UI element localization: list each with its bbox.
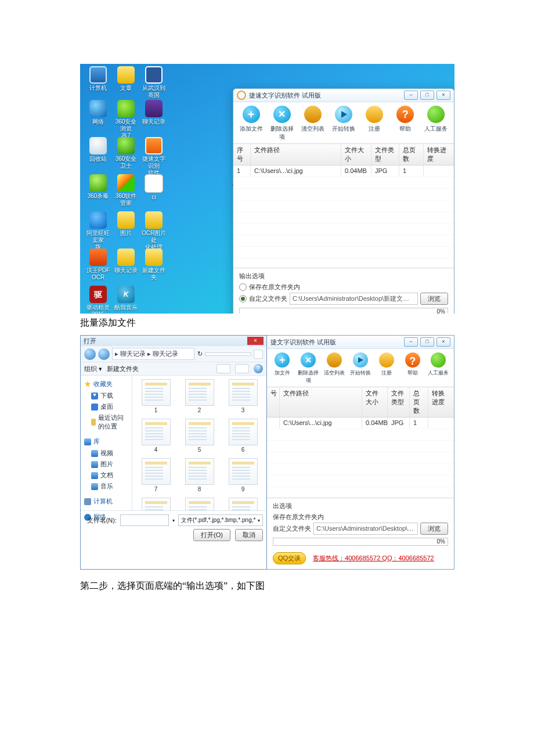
- close-button[interactable]: ×: [436, 91, 450, 100]
- nav-forward-button[interactable]: [98, 348, 110, 360]
- titlebar[interactable]: 捷文字识别软件 试用版 – □ ×: [267, 336, 454, 349]
- help-button[interactable]: 帮助: [391, 106, 419, 141]
- start-convert-button[interactable]: 开始转换: [348, 352, 373, 384]
- nav-downloads[interactable]: 下载: [81, 390, 132, 401]
- file-thumbnail[interactable]: 11: [179, 498, 219, 510]
- filename-dropdown-icon[interactable]: ▾: [172, 518, 175, 523]
- desktop-icon[interactable]: K酷我音乐: [113, 286, 139, 311]
- output-path-field[interactable]: C:\Users\Administrator\Desktop\新建文件夹: [290, 293, 418, 305]
- support-button[interactable]: 人工服务: [426, 352, 450, 384]
- desktop-icon[interactable]: 捷速文字识别 软件: [140, 137, 167, 177]
- browse-button[interactable]: 浏览: [420, 523, 448, 535]
- nav-documents[interactable]: 文档: [81, 470, 132, 481]
- refresh-icon[interactable]: ↻: [197, 350, 203, 358]
- file-thumbnail[interactable]: 1: [136, 379, 176, 415]
- breadcrumb[interactable]: ▸ 聊天记录 ▸ 聊天记录: [112, 348, 194, 360]
- filename-input[interactable]: [120, 514, 169, 526]
- support-button[interactable]: 人工服务: [422, 106, 450, 141]
- dialog-close-button[interactable]: ×: [247, 337, 264, 345]
- desktop-icon[interactable]: 360安全卫士: [113, 137, 139, 170]
- desktop-icon[interactable]: 网络: [85, 100, 111, 125]
- file-table: 序号 文件路径 文件大小 文件类型 总页数 转换进度 1 C:\Users\..…: [233, 143, 454, 268]
- nav-videos[interactable]: 视频: [81, 448, 132, 459]
- register-button[interactable]: 注册: [360, 106, 388, 141]
- add-file-button[interactable]: 添加文件: [237, 106, 265, 141]
- close-button[interactable]: ×: [436, 337, 450, 347]
- file-thumbnail[interactable]: 10: [136, 498, 176, 510]
- add-file-button[interactable]: 加文件: [270, 352, 294, 384]
- help-button[interactable]: 帮助: [400, 352, 425, 384]
- search-icon[interactable]: [254, 350, 263, 359]
- desktop-icon[interactable]: 从武汉到英国: [140, 66, 167, 99]
- desktop-icon-label: 驱动精灵 2015: [85, 304, 111, 314]
- clear-list-button[interactable]: 清空列表: [322, 352, 347, 384]
- table-row[interactable]: C:\Users\...\ci.jpg 0.04MB JPG 1: [267, 417, 454, 428]
- file-thumbnail[interactable]: 2: [179, 379, 219, 415]
- desktop-icon[interactable]: 360安全浏览 器7: [113, 100, 139, 139]
- file-thumbnail[interactable]: 7: [136, 458, 176, 494]
- dialog-titlebar[interactable]: 打开 ×: [81, 336, 266, 346]
- minimize-button[interactable]: –: [404, 91, 418, 100]
- view-mode-button-2[interactable]: [235, 364, 249, 373]
- maximize-button[interactable]: □: [420, 91, 434, 100]
- desktop-icon[interactable]: 回收站: [85, 137, 111, 163]
- radio-same-folder[interactable]: [239, 283, 247, 291]
- start-convert-button[interactable]: 开始转换: [330, 106, 358, 141]
- nav-computer[interactable]: 计算机: [81, 495, 132, 507]
- desktop-icon[interactable]: 文章: [113, 66, 139, 92]
- maximize-button[interactable]: □: [420, 337, 434, 347]
- output-path-field[interactable]: C:\Users\Administrator\Desktop\新建文件夹: [313, 523, 418, 535]
- file-thumbnail[interactable]: 12: [223, 498, 263, 510]
- new-folder-button[interactable]: 新建文件夹: [107, 365, 139, 373]
- nav-desktop[interactable]: 桌面: [81, 401, 132, 412]
- clear-list-button[interactable]: 清空列表: [299, 106, 327, 141]
- filetype-select[interactable]: 文件(*.pdf,*.jpg,*.bmp,*.png,*▾: [178, 514, 263, 526]
- cancel-button[interactable]: 取消: [235, 529, 263, 541]
- dialog-help-button[interactable]: ?: [254, 364, 263, 373]
- nav-back-button[interactable]: [84, 348, 96, 360]
- file-thumbnail[interactable]: 8: [179, 458, 219, 494]
- file-thumbnail[interactable]: 9: [223, 458, 263, 494]
- desktop-icon[interactable]: 360杀毒: [85, 174, 111, 200]
- desktop-icon-label: 360安全卫士: [113, 156, 139, 170]
- file-thumbnail[interactable]: 3: [223, 379, 263, 415]
- file-thumbnail[interactable]: 5: [179, 419, 219, 455]
- nav-libraries[interactable]: 库: [81, 435, 132, 448]
- view-mode-button[interactable]: [217, 364, 230, 373]
- open-button[interactable]: 打开(O): [193, 529, 230, 541]
- table-row[interactable]: 1 C:\Users\...\ci.jpg 0.04MB JPG 1: [233, 165, 454, 176]
- window-title: 捷速文字识别软件 试用版: [249, 91, 404, 100]
- desktop-icon[interactable]: 阿里旺旺卖家 版: [85, 211, 111, 251]
- desktop-icon[interactable]: 聊天记录: [113, 249, 139, 274]
- nav-favorites[interactable]: 收藏夹: [81, 378, 132, 390]
- thumbnail-label: 2: [179, 407, 219, 413]
- browse-button[interactable]: 浏览: [420, 293, 448, 305]
- thumbnail-label: 7: [136, 486, 176, 492]
- minimize-button[interactable]: –: [404, 337, 418, 347]
- desktop-icon[interactable]: OCR图片处 化处理: [140, 211, 167, 251]
- thumbnail-label: 3: [223, 407, 263, 413]
- qq-buy-button[interactable]: QQ交谈: [273, 552, 306, 564]
- hotline-link[interactable]: 客服热线：4006685572 QQ：4006685572: [313, 554, 434, 563]
- nav-pictures[interactable]: 图片: [81, 459, 132, 470]
- desktop-icon[interactable]: 聊天记录: [140, 100, 167, 125]
- radio-custom-folder[interactable]: [239, 295, 247, 303]
- desktop-icon[interactable]: 驱驱动精灵 2015: [85, 286, 111, 314]
- desktop-icon[interactable]: 360软件管家: [113, 174, 139, 207]
- titlebar[interactable]: 捷速文字识别软件 试用版 – □ ×: [233, 89, 454, 102]
- desktop-icon[interactable]: 新建文件夹: [140, 249, 167, 281]
- register-button[interactable]: 注册: [374, 352, 399, 384]
- dialog-search-input[interactable]: [205, 352, 251, 356]
- nav-music[interactable]: 音乐: [81, 481, 132, 492]
- file-thumbnail[interactable]: 4: [136, 419, 176, 455]
- file-thumbnail[interactable]: 6: [223, 419, 263, 455]
- remove-selected-button[interactable]: 删除选择项: [296, 352, 320, 384]
- remove-selected-button[interactable]: 删除选择项: [268, 106, 296, 141]
- desktop-icon[interactable]: ci: [140, 174, 167, 201]
- nav-recent[interactable]: 最近访问的位置: [81, 412, 132, 432]
- organize-menu[interactable]: 组织 ▾: [84, 365, 102, 373]
- help-icon: [405, 352, 420, 368]
- desktop-icon[interactable]: 图片: [113, 211, 139, 237]
- desktop-icon[interactable]: 汉王PDF OCR: [85, 249, 111, 281]
- desktop-icon[interactable]: 计算机: [85, 66, 111, 92]
